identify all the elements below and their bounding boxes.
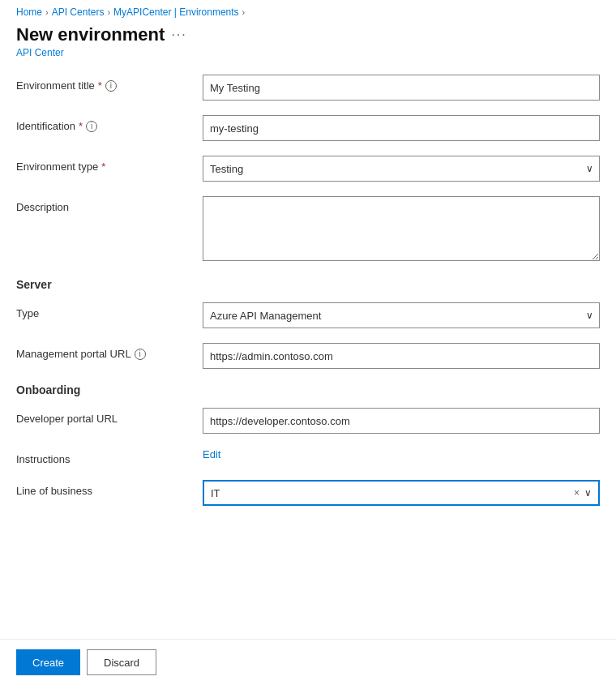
environment-title-label: Environment title * i xyxy=(16,75,203,92)
breadcrumb-sep-2: › xyxy=(107,7,110,17)
server-type-select-wrap: Azure API Management Other ∨ xyxy=(203,302,600,328)
environment-title-input[interactable] xyxy=(203,75,600,101)
line-of-business-wrap: IT × ∨ xyxy=(203,480,600,506)
lob-clear-icon[interactable]: × xyxy=(574,487,580,499)
developer-portal-url-input-wrap xyxy=(203,408,600,434)
environment-type-required-star: * xyxy=(101,161,105,173)
identification-input[interactable] xyxy=(203,115,600,141)
management-portal-url-label: Management portal URL i xyxy=(16,343,203,360)
lob-icons: × ∨ xyxy=(574,487,592,499)
onboarding-section-title: Onboarding xyxy=(16,383,600,396)
server-type-label: Type xyxy=(16,302,203,319)
breadcrumb: Home › API Centers › MyAPICenter | Envir… xyxy=(0,0,616,24)
identification-info-icon[interactable]: i xyxy=(86,121,97,132)
line-of-business-value: IT xyxy=(211,487,574,499)
description-input-wrap xyxy=(203,196,600,263)
breadcrumb-api-centers[interactable]: API Centers xyxy=(52,6,105,18)
management-portal-url-input[interactable] xyxy=(203,343,600,369)
server-type-select-wrapper: Azure API Management Other ∨ xyxy=(203,302,600,328)
instructions-label: Instructions xyxy=(16,448,203,465)
instructions-row: Instructions Edit xyxy=(16,448,600,465)
environment-type-select[interactable]: Development Testing Staging Production xyxy=(203,156,600,182)
identification-row: Identification * i xyxy=(16,115,600,141)
description-row: Description xyxy=(16,196,600,263)
identification-input-wrap xyxy=(203,115,600,141)
page-subtitle: API Center xyxy=(16,47,600,58)
footer: Create Discard xyxy=(0,639,616,685)
management-portal-url-row: Management portal URL i xyxy=(16,343,600,369)
discard-button[interactable]: Discard xyxy=(87,649,156,675)
breadcrumb-environments[interactable]: MyAPICenter | Environments xyxy=(113,6,239,18)
server-type-select[interactable]: Azure API Management Other xyxy=(203,302,600,328)
create-button[interactable]: Create xyxy=(16,649,80,675)
management-portal-url-info-icon[interactable]: i xyxy=(135,349,146,360)
management-portal-url-input-wrap xyxy=(203,343,600,369)
environment-type-row: Environment type * Development Testing S… xyxy=(16,156,600,182)
main-content: New environment ··· API Center Environme… xyxy=(0,24,616,639)
environment-title-row: Environment title * i xyxy=(16,75,600,101)
developer-portal-url-row: Developer portal URL xyxy=(16,408,600,434)
environment-type-select-wrapper: Development Testing Staging Production ∨ xyxy=(203,156,600,182)
page-header: New environment ··· xyxy=(16,24,600,45)
page-title: New environment xyxy=(16,24,165,45)
server-type-row: Type Azure API Management Other ∨ xyxy=(16,302,600,328)
breadcrumb-home[interactable]: Home xyxy=(16,6,42,18)
identification-label: Identification * i xyxy=(16,115,203,132)
developer-portal-url-input[interactable] xyxy=(203,408,600,434)
developer-portal-url-label: Developer portal URL xyxy=(16,408,203,425)
line-of-business-label: Line of business xyxy=(16,480,203,497)
environment-type-select-wrap: Development Testing Staging Production ∨ xyxy=(203,156,600,182)
more-options-icon[interactable]: ··· xyxy=(171,28,186,42)
description-textarea[interactable] xyxy=(203,196,600,261)
instructions-edit-wrap: Edit xyxy=(203,448,600,460)
lob-chevron-icon[interactable]: ∨ xyxy=(584,487,592,499)
server-section-title: Server xyxy=(16,278,600,291)
instructions-edit-link[interactable]: Edit xyxy=(203,448,220,460)
environment-type-label: Environment type * xyxy=(16,156,203,173)
required-star: * xyxy=(98,79,102,92)
line-of-business-row: Line of business IT × ∨ xyxy=(16,480,600,506)
environment-title-info-icon[interactable]: i xyxy=(105,80,117,92)
identification-required-star: * xyxy=(79,120,83,132)
environment-title-input-wrap xyxy=(203,75,600,101)
breadcrumb-sep-3: › xyxy=(242,7,246,17)
line-of-business-input-box[interactable]: IT × ∨ xyxy=(203,480,600,506)
description-label: Description xyxy=(16,196,203,213)
breadcrumb-sep-1: › xyxy=(45,7,49,17)
